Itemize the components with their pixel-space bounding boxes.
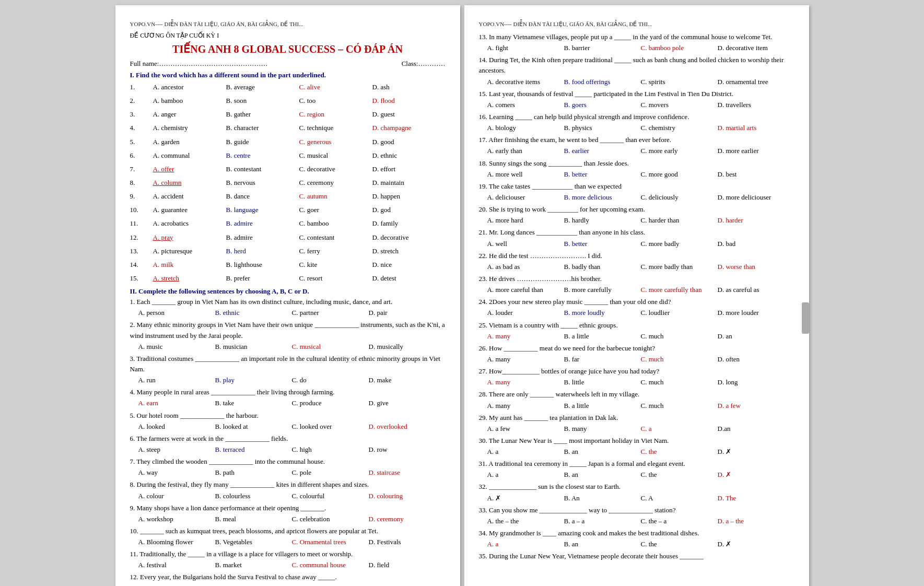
list-item: 29. My aunt has _______ tea plantation i… (479, 413, 794, 434)
left-page: YOPO.VN---- DIỄN ĐÀN TÀI LIỆU, GIÁO ÁN, … (115, 5, 460, 586)
answer-option: A. picturesque (153, 246, 226, 256)
list-item: 3.A. angerB. gatherC. regionD. guest (130, 109, 446, 121)
answer-option: A. comers (487, 100, 564, 110)
list-item: 8.A. columnB. nervousC. ceremonyD. maint… (130, 177, 446, 190)
answer-option: B. more delicious (564, 192, 641, 203)
answer-option: D. god (372, 205, 446, 215)
answer-option: A. decorative items (487, 77, 564, 87)
answer-option: A. many (487, 354, 564, 365)
answer-option: D. worse than (718, 262, 794, 272)
answer-option: A. looked (138, 421, 215, 432)
list-item: 13. In many Vietnamese villages, people … (479, 32, 794, 53)
answer-option: B. herd (226, 246, 299, 256)
section1-questions: 1.A. ancestorB. averageC. aliveD. ash2.A… (130, 81, 446, 285)
answer-option: B. more carefully (564, 285, 641, 295)
answer-option: C. spirits (641, 77, 718, 87)
list-item: 2.A. bambooB. soonC. tooD. flood (130, 95, 446, 108)
answer-option: B. path (215, 467, 292, 478)
answer-option: B. play (215, 375, 292, 385)
answer-option: D. effort (372, 164, 446, 174)
question-text: 8. During the festival, they fly many __… (130, 479, 446, 490)
answer-option: B. prefer (226, 273, 299, 284)
form-line: Full name:………………………………………… Class:………… (130, 60, 446, 68)
answer-option: D. as careful as (718, 285, 794, 295)
answer-option: B. a – a (564, 516, 641, 526)
answer-option: D. a – the (718, 516, 794, 526)
answer-option: C. harder than (641, 215, 718, 226)
answer-option: A. way (138, 467, 215, 478)
answer-option: A. earn (138, 398, 215, 408)
answer-option: B. an (564, 470, 641, 480)
question-text: 27. How___________ bottles of orange jui… (479, 366, 794, 377)
question-text: 17. After finishing the exam, he went to… (479, 135, 794, 145)
answer-option: C. ferry (299, 246, 372, 256)
answer-option: D. best (718, 169, 794, 180)
list-item: 10.A. guaranteeB. languageC. goerD. god (130, 204, 446, 217)
answer-option: D. an (718, 331, 794, 342)
answer-option: C. bamboo pole (641, 43, 718, 53)
answer-option: B. goers (564, 100, 641, 110)
question-text: 28. There are only _______ waterwheels l… (479, 389, 794, 400)
answer-option: D. musically (369, 342, 446, 352)
question-number: 14. (130, 260, 141, 270)
answer-option: C. more carefully than (641, 285, 718, 295)
answer-option: C. looked over (292, 421, 369, 432)
list-item: 8. During the festival, they fly many __… (130, 479, 446, 501)
list-item: 12. Every year, the Bulgarians hold the … (130, 572, 446, 582)
answer-option: D. give (369, 398, 446, 408)
answer-option: C. musical (299, 150, 372, 161)
answer-option: D. a few (718, 401, 794, 411)
answer-option: D. overlooked (369, 421, 446, 432)
list-item: 7. They climbed the wooden _____________… (130, 456, 446, 478)
answer-option: A. deliciouser (487, 192, 564, 203)
answer-option: B. colourless (215, 491, 292, 501)
answer-option: B. an (564, 447, 641, 457)
answer-option: D. detest (372, 273, 446, 284)
answer-option: D. colouring (369, 491, 446, 501)
answer-option: B. gather (226, 109, 299, 120)
list-item: 1. Each _______ group in Viet Nam has it… (130, 297, 446, 318)
list-item: 13.A. picturesqueB. herdC. ferryD. stret… (130, 245, 446, 258)
answer-option: B. barrier (564, 43, 641, 53)
answer-option: B. more loudly (564, 308, 641, 318)
answer-option: C. more badly (641, 239, 718, 249)
question-text: 2. Many ethnic minority groups in Viet N… (130, 320, 446, 341)
question-text: 1. Each _______ group in Viet Nam has it… (130, 297, 446, 307)
question-text: 7. They climbed the wooden _____________… (130, 456, 446, 467)
list-item: 25. Vietnam is a country with _____ ethn… (479, 320, 794, 342)
question-number: 15. (130, 273, 141, 284)
answer-option: D. ethnic (372, 150, 446, 161)
list-item: 31. A traditional tea ceremony in _____ … (479, 459, 794, 480)
answer-option: C. contestant (299, 232, 372, 243)
list-item: 27. How___________ bottles of orange jui… (479, 366, 794, 388)
list-item: 6.A. communalB. centreC. musicalD. ethni… (130, 150, 446, 162)
answer-option: A. many (487, 401, 564, 411)
answer-option: D. row (369, 444, 446, 455)
answer-option: B. many (564, 424, 641, 434)
answer-option: C. loudlier (641, 308, 718, 318)
answer-option: C. much (641, 377, 718, 388)
answer-option: A. ✗ (487, 493, 564, 503)
form-class: Class:………… (402, 60, 446, 68)
list-item: 9. Many shops have a lion dance performa… (130, 503, 446, 524)
answer-option: D. more earlier (718, 146, 794, 156)
scrollbar[interactable] (802, 302, 809, 334)
answer-option: D. pair (369, 308, 446, 318)
answer-option: C. Ornamental trees (292, 537, 369, 547)
question-number: 8. (130, 178, 141, 188)
answer-option: C. decorative (299, 164, 372, 174)
question-number: 4. (130, 123, 141, 133)
list-item: 15. Last year, thousands of festival ___… (479, 89, 794, 110)
list-item: 6. The farmers were at work in the _____… (130, 433, 446, 455)
answer-option: C. region (299, 109, 372, 120)
answer-option: B. market (215, 560, 292, 570)
answer-option: A. a (487, 447, 564, 457)
answer-option: D. ✗ (718, 447, 794, 457)
answer-option: D. family (372, 218, 446, 229)
answer-option: D. Festivals (369, 537, 446, 547)
answer-option: A. bamboo (153, 96, 226, 106)
answer-option: C. movers (641, 100, 718, 110)
answer-option: A. many (487, 331, 564, 342)
list-item: 26. How __________ meat do we need for t… (479, 343, 794, 365)
answer-option: B. An (564, 493, 641, 503)
